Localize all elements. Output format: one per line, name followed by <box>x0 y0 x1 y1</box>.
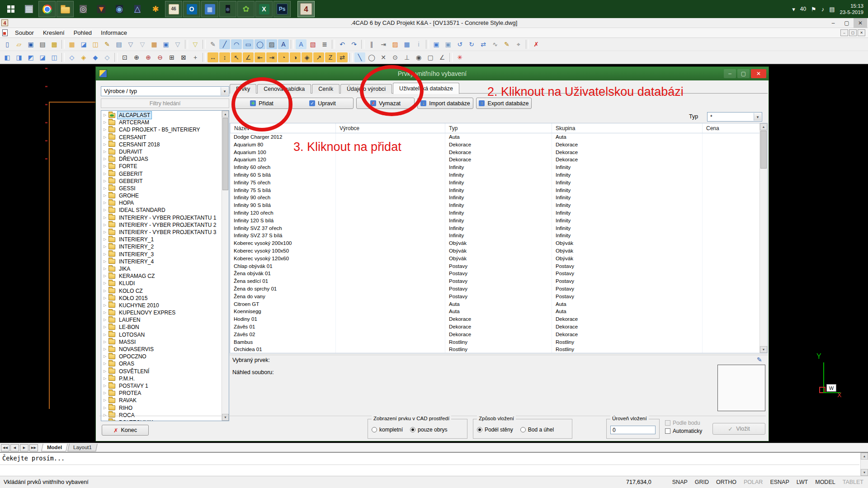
tree-item[interactable]: ▷ P.M.H. <box>102 375 221 382</box>
expand-arrow-icon[interactable]: ▷ <box>102 258 108 265</box>
hatch-icon[interactable]: ▨ <box>266 39 277 49</box>
table-row[interactable]: Infinity 90 S bílá Infinity Infinity <box>230 202 767 209</box>
checkbox-option[interactable]: Automaticky <box>665 428 702 434</box>
copy-props-icon[interactable]: ▣ <box>443 39 453 49</box>
shield-tool-icon[interactable]: ▽ <box>125 39 136 49</box>
status-toggle[interactable]: MODEL <box>815 479 835 485</box>
dim-angle-icon[interactable]: ∠ <box>243 52 254 62</box>
dialog-tab[interactable]: Ceník <box>312 84 340 94</box>
toolbar-icon[interactable] <box>185 40 188 49</box>
table-row[interactable]: Infinity 60 ořech Infinity Infinity <box>230 164 767 171</box>
pen-icon[interactable]: ✎ <box>208 39 218 49</box>
tree-item[interactable]: ▷ RIHO <box>102 404 221 412</box>
building-tool-icon[interactable]: ▦ <box>149 39 160 49</box>
taskbar-app-button[interactable] <box>57 1 74 17</box>
close-button[interactable]: ✕ <box>854 18 867 28</box>
column-header[interactable]: Typ <box>445 123 552 133</box>
snap-off-icon[interactable]: ✳ <box>454 52 465 62</box>
iso-view2-icon[interactable]: ◨ <box>14 52 24 62</box>
iso-view3-icon[interactable]: ◩ <box>25 52 36 62</box>
expand-arrow-icon[interactable]: ▷ <box>102 272 108 280</box>
expand-arrow-icon[interactable]: ▷ <box>102 338 108 346</box>
expand-arrow-icon[interactable]: ▷ <box>102 163 108 170</box>
expand-arrow-icon[interactable]: ▷ <box>102 178 108 185</box>
expand-arrow-icon[interactable]: ▷ <box>102 119 108 126</box>
text-edit-icon[interactable]: A <box>296 39 307 49</box>
snap-box-icon[interactable]: ▢ <box>425 52 436 62</box>
table-row[interactable]: Žena do vany Postavy Postavy <box>230 293 767 300</box>
calc-tool-icon[interactable]: ▦ <box>401 39 412 49</box>
radio-option[interactable]: kompletní <box>372 427 403 433</box>
shield-tool2-icon[interactable]: ▽ <box>137 39 148 49</box>
expand-arrow-icon[interactable]: ▷ <box>102 148 108 155</box>
expand-arrow-icon[interactable]: ▷ <box>102 295 108 302</box>
toolbar-icon[interactable] <box>291 40 294 49</box>
taskbar-app-button[interactable] <box>38 1 56 17</box>
taskbar-app-button[interactable]: ▦ <box>20 1 38 17</box>
status-toggle[interactable]: LWT <box>797 479 808 485</box>
action-button[interactable]: ↑ Export databáze <box>476 98 532 109</box>
table-row[interactable]: Infinity SVZ 37 ořech Infinity Infinity <box>230 225 767 232</box>
expand-arrow-icon[interactable]: ▷ <box>102 368 108 375</box>
open-folder-icon[interactable]: ▱ <box>14 39 24 49</box>
taskbar-app-button[interactable]: 4 <box>297 1 315 17</box>
expand-arrow-icon[interactable]: ▷ <box>102 155 108 163</box>
status-toggle[interactable]: ORTHO <box>716 479 736 485</box>
expand-arrow-icon[interactable]: ▷ <box>102 302 108 309</box>
table-row[interactable]: Infinity 120 ořech Infinity Infinity <box>230 209 767 217</box>
tree-item[interactable]: ▷ KOLO CZ <box>102 287 221 295</box>
taskbar-app-button[interactable]: Ps <box>274 1 291 17</box>
expand-arrow-icon[interactable]: ▷ <box>102 199 108 206</box>
mirror-icon[interactable]: ⇄ <box>478 39 489 49</box>
taskbar-clock[interactable]: 15:13 23-5-2019 <box>840 3 863 16</box>
tree-item[interactable]: ▷ CERSANIT <box>102 134 221 141</box>
copy-icon[interactable]: ▣ <box>431 39 442 49</box>
table-row[interactable]: Koberec vysoký 120x60 Obývák Obývák <box>230 255 767 263</box>
vlozit-button[interactable]: ✓ Vložit <box>712 423 765 435</box>
expand-arrow-icon[interactable]: ▷ <box>102 382 108 389</box>
offset-icon[interactable]: ∥ <box>366 39 377 49</box>
tree-item[interactable]: ▷ GESSI <box>102 185 221 192</box>
tree-item[interactable]: ▷ FORTE <box>102 163 221 170</box>
tree-item[interactable]: ▷ INTERIERY_2 <box>102 243 221 250</box>
tree-item[interactable]: ▷ DŘEVOJAS <box>102 155 221 163</box>
tree-item[interactable]: ▷ GROHE <box>102 192 221 199</box>
expand-arrow-icon[interactable]: ▷ <box>102 331 108 338</box>
expand-arrow-icon[interactable]: ▷ <box>102 397 108 404</box>
status-toggle[interactable]: POLAR <box>744 479 763 485</box>
restore-button[interactable]: ▢ <box>840 18 854 28</box>
dim-vertical-icon[interactable]: ↕ <box>219 52 230 62</box>
info-icon[interactable]: i <box>413 39 424 49</box>
iso-view4-icon[interactable]: ◪ <box>37 52 48 62</box>
edit-pen-icon[interactable]: ✎ <box>501 39 512 49</box>
scroll-down-icon[interactable]: ▼ <box>760 346 767 353</box>
type-filter-combobox[interactable]: * ▾ <box>707 112 762 122</box>
taskbar-app-button[interactable]: △ <box>129 1 146 17</box>
command-window[interactable]: Čekejte prosím... ▲ ▼ <box>0 452 868 476</box>
toolbar-icon[interactable] <box>203 40 206 49</box>
table-row[interactable]: Závěs 02 Dekorace Dekorace <box>230 331 767 338</box>
save-icon[interactable]: ▣ <box>25 39 36 49</box>
table-row[interactable]: Žena obývák 01 Postavy Postavy <box>230 270 767 277</box>
menu-item[interactable]: Informace <box>96 29 132 36</box>
tree-item[interactable]: ▷ KUCHYNE 2010 <box>102 302 221 309</box>
table-row[interactable]: Infinity SVZ 37 S bílá Infinity Infinity <box>230 232 767 239</box>
zoom-rect-icon[interactable]: ⊡ <box>119 52 130 62</box>
table-row[interactable]: Citroen GT Auta Auta <box>230 300 767 308</box>
view-diamond4-icon[interactable]: ◇ <box>102 52 113 62</box>
toolbar-icon[interactable] <box>203 53 206 62</box>
tree-item[interactable]: ▷ ARTCERAM <box>102 119 221 126</box>
new-file-icon[interactable]: ▯ <box>2 39 13 49</box>
tree-item[interactable]: ▷ PROTEA <box>102 389 221 397</box>
tree-item[interactable]: ▷ CERSANIT 2018 <box>102 141 221 148</box>
toolbar-icon[interactable] <box>426 40 429 49</box>
tree-item[interactable]: ▷ RAVAK <box>102 397 221 404</box>
zoom-out-icon[interactable]: ⊖ <box>155 52 165 62</box>
toolbar-icon[interactable] <box>61 40 65 49</box>
layout-nav-button[interactable]: ▶▶ <box>29 444 38 451</box>
table-row[interactable]: Žena sedící 01 Postavy Postavy <box>230 277 767 285</box>
toolbar-icon[interactable] <box>332 40 335 49</box>
taskbar-app-button[interactable] <box>2 1 19 17</box>
elements-table[interactable]: NázevVýrobceTypSkupinaCena Dodge Charger… <box>230 123 768 353</box>
table-row[interactable]: Infinity 60 S bílá Infinity Infinity <box>230 171 767 179</box>
